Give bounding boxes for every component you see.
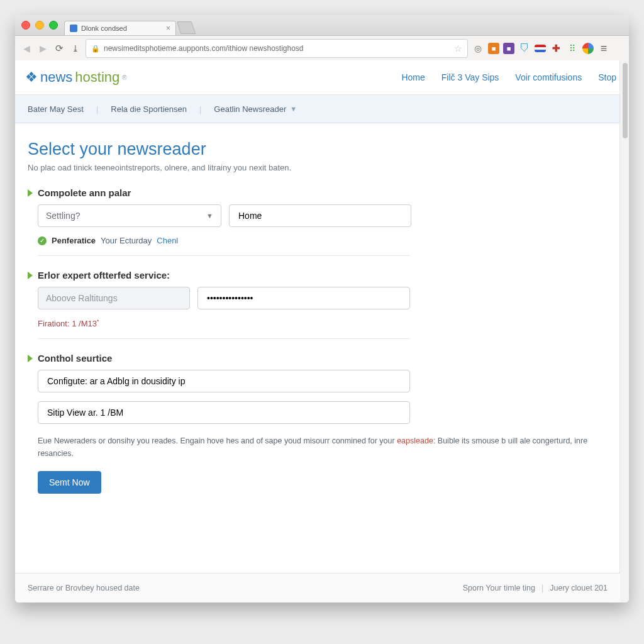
new-tab-button[interactable] (177, 21, 196, 34)
nav-plans[interactable]: Filč 3 Vay Sips (441, 72, 499, 82)
scrollbar-track[interactable] (619, 60, 629, 602)
target-icon[interactable]: ◎ (472, 42, 484, 55)
page-footer: Serrare or Brovbey housed date Sporn You… (15, 573, 620, 602)
section-2-header: Erlor expert oftterfed service: (28, 270, 616, 280)
flag-icon[interactable] (535, 45, 546, 52)
page-viewport: ❖ newshosting® Home Filč 3 Vay Sips Voir… (15, 60, 629, 602)
subnav-sep-1: | (96, 104, 98, 114)
warning-text: Firationt: 1 /M13* (38, 318, 616, 328)
browser-tab[interactable]: Dlonk condsed × (64, 21, 176, 35)
logo-tm: ® (122, 74, 126, 81)
zoom-window-icon[interactable] (49, 21, 58, 30)
tab-title: Dlonk condsed (81, 25, 127, 32)
window-controls (21, 21, 58, 30)
subnav-item-1[interactable]: Bater May Sest (28, 104, 84, 114)
home-button[interactable]: ⤓ (69, 42, 82, 55)
submit-button[interactable]: Semt Now (38, 471, 101, 494)
logo-mark-icon: ❖ (25, 69, 38, 86)
favicon-icon (70, 25, 77, 32)
hamburger-menu-icon[interactable]: ≡ (597, 42, 610, 55)
close-window-icon[interactable] (21, 21, 30, 30)
password-field[interactable] (206, 292, 402, 304)
subnav-item-2[interactable]: Rela die Sportiensen (111, 104, 187, 114)
nav-support[interactable]: Voir comtifusions (515, 72, 582, 82)
apps-icon[interactable]: ⠿ (566, 42, 579, 55)
brand-logo[interactable]: ❖ newshosting® (25, 69, 127, 86)
name-input[interactable] (229, 204, 411, 227)
footer-right-2: Juery clouet 201 (550, 584, 608, 592)
sub-nav: Bater May Sest | Rela die Sportiensen | … (15, 95, 629, 123)
helper-link[interactable]: Chenl (157, 236, 178, 245)
address-bar: ◀ ▶ ⟳ ⤓ 🔒 newsimeditsphotieme.aupponts.c… (15, 36, 629, 62)
url-field[interactable]: 🔒 newsimeditsphotieme.aupponts.com/ithio… (86, 39, 468, 58)
name-input-field[interactable] (237, 210, 403, 221)
section-1-title: Compolete ann palar (38, 187, 131, 198)
logo-text-1: news (40, 69, 72, 86)
section-1-header: Compolete ann palar (28, 187, 616, 198)
browser-window: Dlonk condsed × ◀ ▶ ⟳ ⤓ 🔒 newsimeditspho… (15, 15, 629, 602)
config-field-1[interactable] (46, 375, 402, 387)
select-placeholder: Settling? (46, 211, 80, 221)
check-circle-icon: ✓ (38, 236, 47, 245)
config-input-1[interactable] (38, 370, 410, 392)
back-button[interactable]: ◀ (20, 42, 33, 55)
reload-button[interactable]: ⟳ (53, 42, 65, 55)
legal-text: Eue Neweraders or donsihy you reades. En… (38, 435, 591, 460)
shield-icon[interactable]: ⛉ (518, 42, 531, 55)
plus-icon[interactable]: ✚ (550, 42, 562, 55)
chevron-down-icon: ▼ (290, 105, 297, 113)
helper-text: Your Ecturday (101, 236, 152, 245)
footer-pipe: | (541, 584, 543, 592)
section-1-helper: ✓ Penferatice Your Ecturday Chenl (38, 236, 616, 245)
bookmark-star-icon[interactable]: ☆ (454, 43, 462, 53)
legal-pre: Eue Neweraders or donsihy you reades. En… (38, 436, 397, 445)
extension-1-icon[interactable]: ■ (488, 43, 499, 54)
chevron-down-icon: ▼ (206, 212, 213, 219)
nav-stop[interactable]: Stop (598, 72, 616, 82)
section-2-title: Erlor expert oftterfed service: (38, 270, 170, 280)
nav-home[interactable]: Home (401, 72, 425, 82)
url-text: newsimeditsphotieme.aupponts.com/ithiow … (104, 44, 304, 53)
config-field-2[interactable] (46, 407, 402, 418)
helper-bold: Penferatice (52, 236, 96, 245)
close-tab-icon[interactable]: × (166, 25, 170, 32)
triangle-bullet-icon (28, 189, 33, 197)
service-field-disabled: Aboove Raltitungs (38, 287, 190, 309)
subnav-sep-2: | (199, 104, 201, 114)
legal-link[interactable]: eapsleade (397, 436, 433, 445)
extension-2-icon[interactable]: ■ (503, 43, 514, 54)
forward-button[interactable]: ▶ (36, 42, 49, 55)
newsreader-select[interactable]: Settling? ▼ (38, 204, 221, 227)
tab-strip: Dlonk condsed × (15, 15, 629, 36)
service-disabled-value: Aboove Raltitungs (46, 293, 118, 303)
scrollbar-thumb[interactable] (623, 63, 628, 138)
site-header: ❖ newshosting® Home Filč 3 Vay Sips Voir… (15, 60, 629, 95)
subnav-item-3[interactable]: Geatlin Newsreader ▼ (214, 104, 297, 114)
section-3-title: Conthol seurtice (38, 353, 112, 364)
page-title: Select your newsreader (28, 140, 616, 159)
top-nav: Home Filč 3 Vay Sips Voir comtifusions S… (401, 72, 616, 82)
triangle-bullet-icon (28, 272, 33, 279)
config-input-2[interactable] (38, 401, 410, 424)
password-input[interactable] (197, 287, 410, 309)
profile-avatar-icon[interactable] (582, 43, 594, 54)
section-3-header: Conthol seurtice (28, 353, 616, 364)
lock-icon: 🔒 (91, 45, 100, 53)
main-content: Select your newsreader No plac oad tinic… (15, 123, 629, 513)
section-divider-1 (38, 255, 410, 256)
footer-left[interactable]: Serrare or Brovbey housed date (28, 584, 140, 592)
section-divider-2 (38, 338, 410, 339)
footer-right-1[interactable]: Sporn Your timle ting (463, 584, 535, 592)
triangle-bullet-icon (28, 355, 33, 362)
subnav-item-3-label: Geatlin Newsreader (214, 104, 286, 114)
logo-text-2: hosting (75, 69, 119, 86)
minimize-window-icon[interactable] (35, 21, 44, 30)
page-subtitle: No plac oad tinick teeneointstreports, o… (28, 163, 616, 172)
